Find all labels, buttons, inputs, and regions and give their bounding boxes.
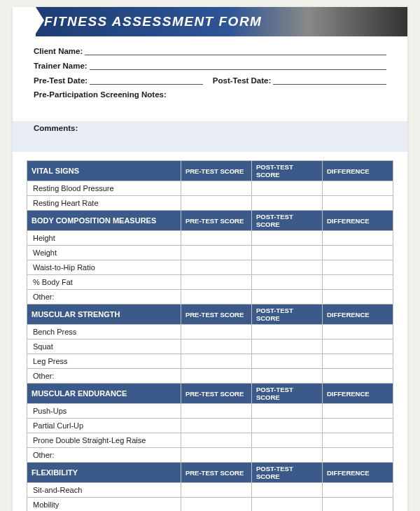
posttest-cell[interactable] xyxy=(251,246,322,260)
table-row: Mobility xyxy=(27,498,393,512)
col-pretest: PRE-TEST SCORE xyxy=(181,304,251,325)
difference-cell[interactable] xyxy=(322,483,393,498)
col-posttest: POST-TEST SCORE xyxy=(251,463,322,483)
pretest-cell[interactable] xyxy=(181,354,251,369)
table-row: Leg Press xyxy=(27,354,393,369)
posttest-cell[interactable] xyxy=(251,433,322,448)
trainer-name-label: Trainer Name: xyxy=(34,62,90,70)
posttest-cell[interactable] xyxy=(251,404,322,419)
client-name-input[interactable] xyxy=(85,46,386,55)
metric-label: Resting Blood Pressure xyxy=(27,181,181,196)
posttest-cell[interactable] xyxy=(251,325,322,340)
posttest-cell[interactable] xyxy=(251,448,322,463)
pretest-cell[interactable] xyxy=(181,325,251,340)
difference-cell[interactable] xyxy=(322,260,393,275)
client-name-row: Client Name: xyxy=(34,46,386,55)
difference-cell[interactable] xyxy=(322,433,393,448)
section-title: FLEXIBILITY xyxy=(27,463,181,483)
metric-label: % Body Fat xyxy=(27,275,181,290)
pretest-cell[interactable] xyxy=(181,231,251,246)
pretest-cell[interactable] xyxy=(181,196,251,211)
difference-cell[interactable] xyxy=(322,181,393,196)
difference-cell[interactable] xyxy=(322,290,393,304)
difference-cell[interactable] xyxy=(322,448,393,463)
difference-cell[interactable] xyxy=(322,354,393,369)
difference-cell[interactable] xyxy=(322,196,393,211)
metric-label: Sit-and-Reach xyxy=(27,483,181,498)
pretest-cell[interactable] xyxy=(181,340,251,354)
table-row: Sit-and-Reach xyxy=(27,483,393,498)
pretest-cell[interactable] xyxy=(181,290,251,304)
difference-cell[interactable] xyxy=(322,340,393,354)
pre-test-date-label: Pre-Test Date: xyxy=(34,76,90,85)
table-row: Other: xyxy=(27,290,393,304)
form-title: FITNESS ASSESSMENT FORM xyxy=(44,14,262,29)
pretest-cell[interactable] xyxy=(181,275,251,290)
difference-cell[interactable] xyxy=(322,419,393,433)
posttest-cell[interactable] xyxy=(251,260,322,275)
table-row: Resting Blood Pressure xyxy=(27,181,393,196)
pretest-cell[interactable] xyxy=(181,498,251,512)
posttest-cell[interactable] xyxy=(251,483,322,498)
section-header: FLEXIBILITYPRE-TEST SCOREPOST-TEST SCORE… xyxy=(27,463,393,483)
section-title: BODY COMPOSITION MEASURES xyxy=(27,211,181,231)
col-pretest: PRE-TEST SCORE xyxy=(181,463,251,483)
post-test-date-input[interactable] xyxy=(273,76,386,85)
col-difference: DIFFERENCE xyxy=(322,304,393,325)
posttest-cell[interactable] xyxy=(251,498,322,512)
posttest-cell[interactable] xyxy=(251,181,322,196)
col-difference: DIFFERENCE xyxy=(322,384,393,404)
posttest-cell[interactable] xyxy=(251,290,322,304)
comments-label: Comments: xyxy=(34,124,78,132)
section-header: MUSCULAR ENDURANCEPRE-TEST SCOREPOST-TES… xyxy=(27,384,393,404)
metric-label: Leg Press xyxy=(27,354,181,369)
table-row: Other: xyxy=(27,448,393,463)
posttest-cell[interactable] xyxy=(251,340,322,354)
difference-cell[interactable] xyxy=(322,498,393,512)
difference-cell[interactable] xyxy=(322,246,393,260)
difference-cell[interactable] xyxy=(322,325,393,340)
pretest-cell[interactable] xyxy=(181,419,251,433)
table-row: Weight xyxy=(27,246,393,260)
pretest-cell[interactable] xyxy=(181,181,251,196)
difference-cell[interactable] xyxy=(322,404,393,419)
pretest-cell[interactable] xyxy=(181,483,251,498)
trainer-name-row: Trainer Name: xyxy=(34,61,386,70)
section-header: BODY COMPOSITION MEASURESPRE-TEST SCOREP… xyxy=(27,211,393,231)
pretest-cell[interactable] xyxy=(181,448,251,463)
posttest-cell[interactable] xyxy=(251,231,322,246)
difference-cell[interactable] xyxy=(322,369,393,384)
posttest-cell[interactable] xyxy=(251,419,322,433)
pre-test-date-input[interactable] xyxy=(90,76,203,85)
table-row: Other: xyxy=(27,369,393,384)
pretest-cell[interactable] xyxy=(181,260,251,275)
comments-block[interactable]: Comments: xyxy=(13,121,407,152)
metric-label: Bench Press xyxy=(27,325,181,340)
pretest-cell[interactable] xyxy=(181,369,251,384)
table-row: Prone Double Straight-Leg Raise xyxy=(27,433,393,448)
col-pretest: PRE-TEST SCORE xyxy=(181,211,251,231)
col-posttest: POST-TEST SCORE xyxy=(251,304,322,325)
table-row: Resting Heart Rate xyxy=(27,196,393,211)
table-row: Partial Curl-Up xyxy=(27,419,393,433)
screening-notes-input[interactable] xyxy=(34,99,386,115)
metric-label: Prone Double Straight-Leg Raise xyxy=(27,433,181,448)
pretest-cell[interactable] xyxy=(181,404,251,419)
posttest-cell[interactable] xyxy=(251,354,322,369)
metric-label: Mobility xyxy=(27,498,181,512)
difference-cell[interactable] xyxy=(322,231,393,246)
section-header: MUSCULAR STRENGTHPRE-TEST SCOREPOST-TEST… xyxy=(27,304,393,325)
table-row: % Body Fat xyxy=(27,275,393,290)
trainer-name-input[interactable] xyxy=(90,61,386,70)
difference-cell[interactable] xyxy=(322,275,393,290)
table-row: Push-Ups xyxy=(27,404,393,419)
metric-label: Resting Heart Rate xyxy=(27,196,181,211)
col-posttest: POST-TEST SCORE xyxy=(251,211,322,231)
posttest-cell[interactable] xyxy=(251,196,322,211)
pretest-cell[interactable] xyxy=(181,246,251,260)
posttest-cell[interactable] xyxy=(251,369,322,384)
metric-label: Height xyxy=(27,231,181,246)
posttest-cell[interactable] xyxy=(251,275,322,290)
section-header: VITAL SIGNSPRE-TEST SCOREPOST-TEST SCORE… xyxy=(27,161,393,181)
pretest-cell[interactable] xyxy=(181,433,251,448)
